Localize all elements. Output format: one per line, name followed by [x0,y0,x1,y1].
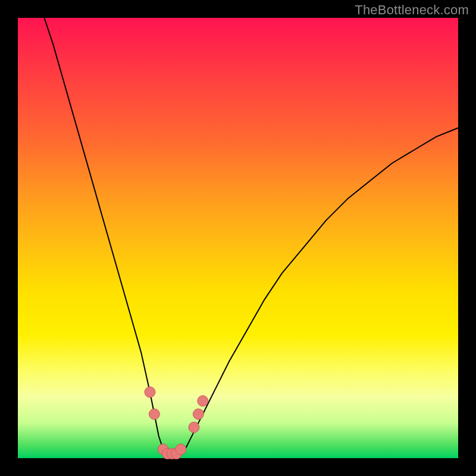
curve-marker [145,387,155,397]
bottleneck-curve [44,18,458,458]
curve-marker [176,444,186,455]
watermark-text: TheBottleneck.com [355,2,469,18]
curve-marker [193,409,203,419]
curve-marker [149,409,159,419]
chart-plot-area [18,18,458,458]
chart-frame: TheBottleneck.com [0,0,476,476]
chart-svg [18,18,458,458]
curve-marker [189,422,199,433]
curve-marker [198,396,208,406]
